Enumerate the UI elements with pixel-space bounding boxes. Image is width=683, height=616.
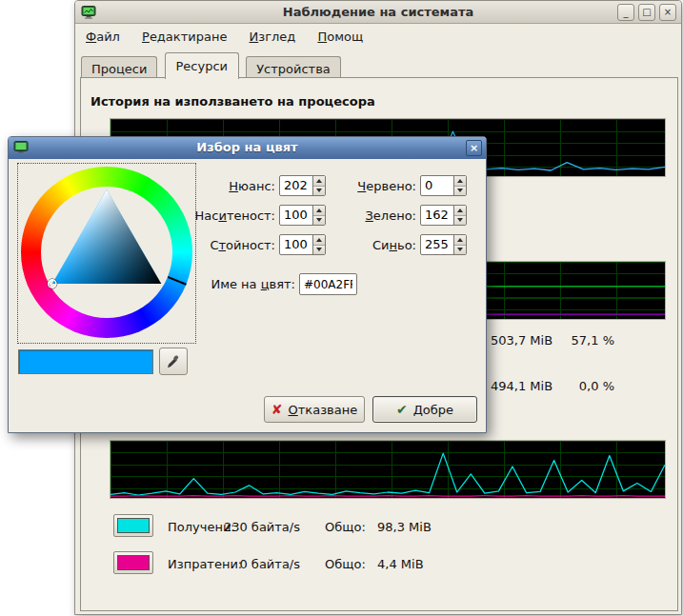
eyedropper-icon bbox=[166, 354, 181, 369]
red-spinbox[interactable]: 0 bbox=[420, 175, 467, 196]
sent-total-label: Общо: bbox=[325, 557, 366, 571]
menu-view[interactable]: Изглед bbox=[241, 26, 305, 48]
red-spin-up[interactable] bbox=[454, 176, 466, 187]
menu-bar: Файл Редактиране Изглед Помощ bbox=[77, 26, 679, 50]
red-value[interactable]: 0 bbox=[421, 176, 453, 195]
green-spin-down[interactable] bbox=[454, 216, 466, 226]
main-titlebar[interactable]: Наблюдение на системата _ □ × bbox=[75, 1, 681, 24]
menu-edit[interactable]: Редактиране bbox=[133, 26, 235, 48]
swap-percent: 0,0 % bbox=[552, 379, 614, 393]
color-name-label: Име на цвят: bbox=[123, 277, 295, 291]
received-color-swatch bbox=[117, 518, 150, 533]
value-value[interactable]: 100 bbox=[280, 235, 312, 254]
green-value[interactable]: 162 bbox=[421, 206, 453, 225]
blue-spin-down[interactable] bbox=[454, 246, 466, 255]
hue-value[interactable]: 202 bbox=[280, 176, 312, 195]
swap-amount: 494,1 MiB bbox=[491, 379, 552, 393]
saturation-label: Наситеност: bbox=[171, 209, 275, 223]
blue-spin-up[interactable] bbox=[454, 235, 466, 246]
maximize-button[interactable]: □ bbox=[638, 4, 655, 21]
cancel-icon: ✘ bbox=[271, 402, 283, 417]
tab-resources[interactable]: Ресурси bbox=[165, 52, 240, 79]
blue-label: Синьо: bbox=[315, 238, 416, 252]
green-spinbox[interactable]: 162 bbox=[420, 205, 467, 226]
sent-total: 4,4 MiB bbox=[377, 557, 424, 571]
pick-screen-color-button[interactable] bbox=[159, 348, 188, 375]
cpu-history-heading: История на използването на процесора bbox=[90, 94, 375, 109]
received-rate: 230 байта/s bbox=[214, 520, 300, 534]
sent-color-swatch bbox=[117, 555, 150, 570]
received-color-button[interactable] bbox=[113, 514, 153, 537]
red-label: Червено: bbox=[315, 179, 416, 193]
ok-button-label: Добре bbox=[413, 403, 453, 417]
memory-percent: 57,1 % bbox=[552, 333, 614, 348]
red-spin-down[interactable] bbox=[454, 187, 466, 196]
received-total: 98,3 MiB bbox=[377, 520, 432, 534]
menu-file[interactable]: Файл bbox=[77, 26, 129, 48]
color-name-input[interactable] bbox=[299, 273, 357, 295]
blue-spinbox[interactable]: 255 bbox=[420, 234, 467, 255]
dialog-close-button[interactable]: × bbox=[466, 140, 482, 156]
ok-icon: ✔ bbox=[396, 402, 408, 417]
close-button[interactable]: × bbox=[659, 4, 676, 21]
blue-value[interactable]: 255 bbox=[421, 235, 453, 254]
menu-help[interactable]: Помощ bbox=[309, 26, 372, 48]
saturation-value-triangle[interactable] bbox=[41, 187, 172, 318]
main-window-title: Наблюдение на системата bbox=[75, 5, 681, 19]
cancel-button-label: Отказване bbox=[289, 403, 358, 417]
sent-color-button[interactable] bbox=[113, 551, 153, 574]
memory-amount: 503,7 MiB bbox=[491, 333, 552, 348]
cancel-button[interactable]: ✘ Отказване bbox=[264, 396, 365, 423]
screen: Наблюдение на системата _ □ × Файл Редак… bbox=[0, 0, 683, 616]
ok-button[interactable]: ✔ Добре bbox=[372, 396, 477, 423]
minimize-button[interactable]: _ bbox=[617, 4, 634, 21]
tab-bar: Процеси Ресурси Устройства bbox=[81, 52, 343, 78]
green-label: Зелено: bbox=[315, 209, 416, 223]
received-total-label: Общо: bbox=[325, 520, 366, 534]
value-label: Стойност: bbox=[171, 238, 275, 252]
sent-rate: 0 байта/s bbox=[214, 557, 300, 571]
saturation-value[interactable]: 100 bbox=[280, 206, 312, 225]
hue-label: Нюанс: bbox=[171, 179, 275, 193]
green-spin-up[interactable] bbox=[454, 206, 466, 216]
color-picker-dialog: Избор на цвят × bbox=[8, 136, 487, 433]
current-color-preview bbox=[18, 349, 153, 374]
network-history-chart bbox=[110, 440, 666, 499]
